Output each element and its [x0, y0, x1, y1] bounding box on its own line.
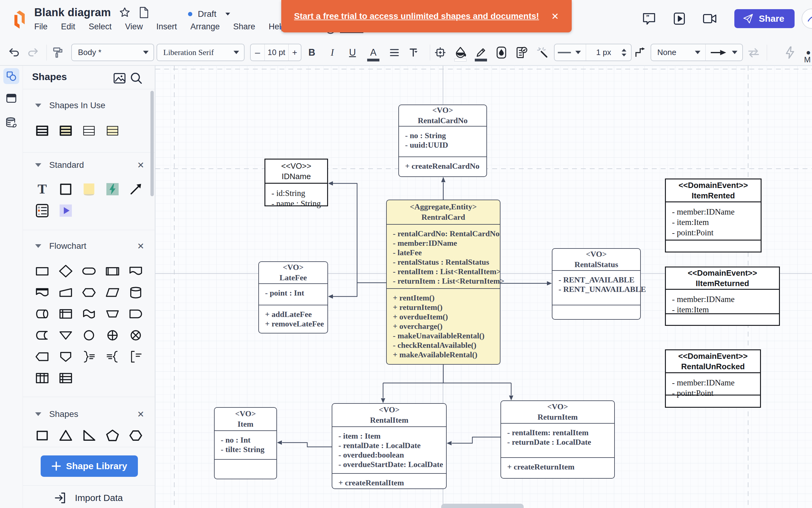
text-align-button[interactable]: [386, 39, 402, 66]
shape-brace-right[interactable]: [81, 348, 97, 365]
section-close-icon[interactable]: ✕: [137, 160, 144, 170]
fill-color-button[interactable]: [452, 39, 469, 66]
line-end-select[interactable]: [706, 44, 742, 60]
bold-button[interactable]: B: [304, 39, 319, 66]
text-style-select[interactable]: Body *: [71, 44, 154, 61]
connector-returnitem-to-rentalitem[interactable]: [447, 437, 501, 446]
shape-summing-junction[interactable]: [127, 327, 144, 344]
shape-class-bold-yellow[interactable]: [57, 122, 74, 139]
underline-button[interactable]: U: [345, 39, 360, 66]
shape-document-filled[interactable]: [34, 284, 50, 301]
uml-class-idname[interactable]: <<VO>>IDName- id:String- name : String: [264, 159, 328, 206]
connector-type-button[interactable]: [634, 39, 647, 66]
font-size-decrease-button[interactable]: –: [251, 44, 265, 60]
shape-stored-data[interactable]: [34, 327, 50, 344]
line-color-button[interactable]: [472, 39, 489, 66]
uml-class-returnitem[interactable]: <VO>ReturnItem- rentalItem: rentalItem- …: [501, 400, 615, 479]
new-document-icon[interactable]: [138, 6, 149, 18]
shape-square[interactable]: [34, 427, 50, 444]
shape-triangle[interactable]: [57, 427, 74, 444]
shape-manual-operation[interactable]: [104, 306, 121, 322]
shape-data[interactable]: [104, 284, 121, 301]
line-style-select[interactable]: [555, 44, 586, 60]
shape-direct-storage[interactable]: [34, 306, 50, 322]
connector-rentalitem-to-item[interactable]: [277, 440, 332, 447]
shape-terminator[interactable]: [81, 263, 97, 280]
shape-class-bold-white[interactable]: [34, 122, 50, 139]
shape-table-columns[interactable]: [34, 370, 50, 386]
status-chevron-down-icon[interactable]: [224, 12, 231, 16]
stroke-width-value[interactable]: 1 px: [586, 48, 621, 57]
section-collapse-icon[interactable]: [35, 412, 41, 416]
uml-class-rentalcardno[interactable]: <VO>RentalCardNo- no : String- uuid:UUID…: [398, 104, 487, 177]
section-collapse-icon[interactable]: [35, 103, 41, 107]
rail-layers-tab[interactable]: [3, 90, 19, 106]
image-search-icon[interactable]: [113, 73, 126, 84]
shape-process[interactable]: [34, 263, 50, 280]
section-header-shapes-in-use[interactable]: Shapes In Use: [23, 99, 155, 112]
section-header-flowchart[interactable]: Flowchart✕: [23, 239, 155, 253]
redo-button[interactable]: [25, 39, 42, 66]
rail-data-linking-tab[interactable]: [3, 115, 19, 130]
shape-loop-limit[interactable]: [34, 348, 50, 365]
line-start-select[interactable]: None: [651, 44, 706, 60]
uml-class-item[interactable]: <VO>Item- no : Int- tilte: String: [214, 407, 277, 479]
search-icon[interactable]: [130, 72, 143, 85]
menu-item-insert[interactable]: Insert: [156, 22, 177, 32]
shape-offpage-connector[interactable]: [57, 348, 74, 365]
connector-rentralcard-to-idname[interactable]: [328, 181, 386, 283]
shape-database[interactable]: [127, 284, 144, 301]
format-painter-icon[interactable]: [49, 39, 67, 66]
shape-display[interactable]: [81, 306, 97, 322]
uml-class-iitemreturned[interactable]: <<DomainEvent>>IItemReturned- member:IDN…: [665, 266, 780, 326]
font-family-select[interactable]: Liberation Serif: [157, 44, 245, 61]
shape-preparation[interactable]: [81, 284, 97, 301]
section-collapse-icon[interactable]: [35, 163, 41, 167]
uml-class-rentralcard[interactable]: <Aggregate,Entity>RentralCard- rentalCar…: [386, 200, 501, 365]
shape-decision[interactable]: [57, 263, 74, 280]
shape-note-list[interactable]: [34, 202, 50, 219]
automation-lightning-icon[interactable]: [781, 39, 799, 66]
present-icon[interactable]: [673, 12, 686, 26]
shape-arrow[interactable]: [127, 181, 144, 198]
uml-class-rentalstatus[interactable]: <VO>RentalStatus- RENT_AVAILABLE- RENT_U…: [552, 248, 641, 320]
menu-item-edit[interactable]: Edit: [61, 22, 76, 32]
magic-wand-icon[interactable]: [533, 39, 552, 66]
font-size-value[interactable]: 10 pt: [265, 48, 288, 57]
shape-predefined[interactable]: [104, 263, 121, 280]
section-close-icon[interactable]: ✕: [137, 241, 144, 251]
uml-class-latefee[interactable]: <VO>LateFee- point : Int+ addLateFee+ re…: [258, 261, 328, 334]
menu-item-view[interactable]: View: [125, 22, 143, 32]
panel-scrollbar[interactable]: [151, 91, 154, 196]
shape-lightning[interactable]: [104, 181, 121, 198]
shape-frame-button[interactable]: [432, 39, 449, 66]
connector-rentralcard-to-rentalstatus[interactable]: [501, 281, 552, 286]
video-camera-icon[interactable]: [702, 12, 718, 25]
font-size-increase-button[interactable]: +: [288, 44, 301, 60]
shape-table-rows[interactable]: [57, 370, 74, 386]
draw-avatar-button[interactable]: [802, 8, 812, 29]
share-button[interactable]: Share: [734, 9, 795, 28]
stroke-width-stepper[interactable]: [621, 48, 631, 57]
uml-class-rentalunrocked[interactable]: <<DomainEvent>>RentalUnRocked- member:ID…: [665, 349, 761, 408]
shape-document[interactable]: [127, 263, 144, 280]
section-header-shapes[interactable]: Shapes✕: [23, 408, 155, 421]
menu-item-share[interactable]: Share: [233, 22, 255, 32]
shape-or-junction[interactable]: [104, 327, 121, 344]
shadow-button[interactable]: [493, 39, 510, 66]
lucid-logo-icon[interactable]: [11, 8, 28, 32]
section-collapse-icon[interactable]: [35, 244, 41, 248]
import-data-button[interactable]: Import Data: [53, 491, 123, 505]
shape-rectangle[interactable]: [57, 181, 74, 198]
shape-class-thin-white[interactable]: [81, 122, 97, 139]
shape-internal-storage[interactable]: [57, 306, 74, 322]
shape-merge[interactable]: [57, 327, 74, 344]
section-header-standard[interactable]: Standard✕: [23, 158, 155, 172]
text-options-button[interactable]: [406, 39, 423, 66]
undo-button[interactable]: [5, 39, 23, 66]
shape-brace-left[interactable]: [104, 348, 121, 365]
connector-rentralcard-to-rentalcardno[interactable]: [441, 177, 445, 200]
shape-pentagon[interactable]: [104, 427, 121, 444]
document-title[interactable]: Blank diagram: [34, 6, 111, 19]
comments-icon[interactable]: ”: [642, 12, 656, 26]
